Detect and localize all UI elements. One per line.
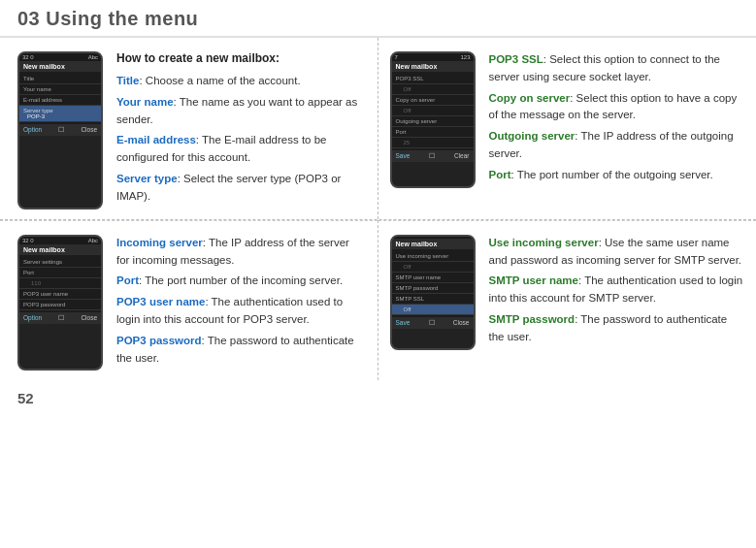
phone-title-bar-4: New mailbox	[392, 239, 474, 249]
top-left-col: 32 0 Abc New mailbox Title Your name	[0, 38, 378, 219]
page-number: 52	[17, 390, 34, 406]
phone-row: E-mail address	[19, 95, 101, 106]
phone-row: SMTP user name	[392, 273, 474, 283]
phone-footer-3: Option ☐ Close	[19, 312, 101, 324]
phone-row: POP3 password	[19, 300, 101, 310]
phone-mockup-3: 32 0 Abc New mailbox Server settings Por…	[17, 235, 103, 371]
phone-row: SMTP SSL	[392, 294, 474, 305]
phone-row: POP3 user name	[19, 289, 101, 300]
phone-status-right-2: 123	[460, 54, 470, 60]
bottom-right-item-2: SMTP user name: The authentication used …	[489, 273, 745, 307]
phone-footer-2: Save ☐ Clear	[392, 150, 474, 162]
top-left-item-2: Your name: The name as you want to appea…	[116, 94, 366, 129]
bottom-left-item-3: POP3 user name: The authentication used …	[116, 294, 366, 329]
phone-title-text-2: New mailbox	[396, 63, 438, 70]
page-header: 03 Using the menu	[0, 0, 756, 38]
phone-body-4: Use incoming server Off SMTP user name S…	[392, 249, 474, 317]
top-left-title: How to create a new mailbox:	[116, 51, 366, 65]
phone-status-right-1: Abc	[88, 54, 98, 60]
page-number-area: 52	[0, 380, 756, 416]
phone-row: Use incoming server	[392, 251, 474, 262]
bottom-right-col: New mailbox Use incoming server Off SMTP…	[378, 220, 757, 381]
phone-status-bar-3: 32 0 Abc	[19, 237, 101, 244]
phone-row: Off	[392, 84, 474, 95]
phone-title-text-4: New mailbox	[396, 241, 438, 247]
bottom-grid: 32 0 Abc New mailbox Server settings Por…	[0, 219, 756, 381]
top-grid: 32 0 Abc New mailbox Title Your name	[0, 38, 756, 219]
phone-mockup-2: 7 123 New mailbox POP3 SSL Off	[390, 51, 476, 188]
phone-mockup-4: New mailbox Use incoming server Off SMTP…	[390, 235, 476, 350]
top-left-section: 32 0 Abc New mailbox Title Your name	[0, 38, 378, 219]
phone-row: Title	[19, 74, 101, 84]
phone-status-left-1: 32 0	[22, 54, 34, 60]
phone-row: Server type POP-3	[19, 106, 101, 122]
phone-row: Copy on server	[392, 95, 474, 106]
top-left-text: How to create a new mailbox: Title: Choo…	[116, 51, 366, 210]
top-right-item-3: Outgoing server: The IP address of the o…	[489, 128, 745, 163]
phone-status-bar-2: 7 123	[392, 53, 474, 61]
phone-footer-4: Save ☐ Close	[392, 317, 474, 329]
phone-mockup-1: 32 0 Abc New mailbox Title Your name	[17, 51, 103, 210]
phone-status-left-3: 32 0	[22, 238, 34, 243]
bottom-left-item-1: Incoming server: The IP address of the s…	[116, 235, 366, 270]
phone-row: Off	[392, 262, 474, 273]
phone-body-3: Server settings Port 110 POP3 user name	[19, 255, 101, 312]
phone-row: Server settings	[19, 257, 101, 268]
phone-row: Your name	[19, 84, 101, 95]
phone-status-right-3: Abc	[88, 238, 98, 243]
bottom-left-section: 32 0 Abc New mailbox Server settings Por…	[0, 220, 378, 381]
phone-title-bar-2: New mailbox	[392, 61, 474, 72]
bottom-left-col: 32 0 Abc New mailbox Server settings Por…	[0, 220, 378, 381]
bottom-right-item-1: Use incoming server: Use the same user n…	[489, 235, 745, 270]
page-title: 03 Using the menu	[17, 8, 739, 30]
phone-row: Outgoing server	[392, 116, 474, 127]
phone-title-text-3: New mailbox	[23, 246, 65, 253]
bottom-left-item-4: POP3 password: The password to authentic…	[116, 333, 366, 368]
top-right-item-2: Copy on server: Select this option to ha…	[489, 90, 745, 125]
phone-row: SMTP password	[392, 283, 474, 294]
phone-status-left-2: 7	[395, 54, 398, 60]
top-right-col: 7 123 New mailbox POP3 SSL Off	[378, 38, 757, 219]
phone-row: Port	[392, 127, 474, 138]
phone-row: Off	[392, 305, 474, 315]
top-right-text: POP3 SSL: Select this option to connect …	[489, 51, 745, 188]
phone-footer-1: Option ☐ Close	[19, 124, 101, 136]
phone-body-2: POP3 SSL Off Copy on server Off Outgoing	[392, 72, 474, 150]
top-right-section: 7 123 New mailbox POP3 SSL Off	[378, 38, 757, 198]
phone-status-bar-1: 32 0 Abc	[19, 53, 101, 61]
phone-title-text-1: New mailbox	[23, 63, 65, 70]
phone-row: 25	[392, 138, 474, 148]
bottom-right-item-3: SMTP password: The password to authentic…	[489, 311, 745, 346]
bottom-left-item-2: Port: The port number of the incoming se…	[116, 273, 366, 290]
top-left-item-1: Title: Choose a name of the account.	[116, 73, 366, 90]
phone-title-bar-3: New mailbox	[19, 244, 101, 255]
top-left-item-3: E-mail address: The E-mail address to be…	[116, 132, 366, 167]
top-right-item-1: POP3 SSL: Select this option to connect …	[489, 51, 745, 86]
phone-title-bar-1: New mailbox	[19, 61, 101, 72]
phone-row: POP3 SSL	[392, 74, 474, 84]
page-wrapper: 03 Using the menu 32 0 Abc New mailbox T	[0, 0, 756, 548]
top-left-item-4: Server type: Select the server type (POP…	[116, 171, 366, 206]
bottom-right-section: New mailbox Use incoming server Off SMTP…	[378, 220, 757, 360]
top-right-item-4: Port: The port number of the outgoing se…	[489, 167, 745, 184]
bottom-left-text: Incoming server: The IP address of the s…	[116, 235, 366, 371]
phone-row: Port	[19, 268, 101, 278]
phone-body-1: Title Your name E-mail address Server ty…	[19, 72, 101, 124]
bottom-right-text: Use incoming server: Use the same user n…	[489, 235, 745, 350]
phone-row: Off	[392, 106, 474, 116]
phone-row: 110	[19, 278, 101, 289]
